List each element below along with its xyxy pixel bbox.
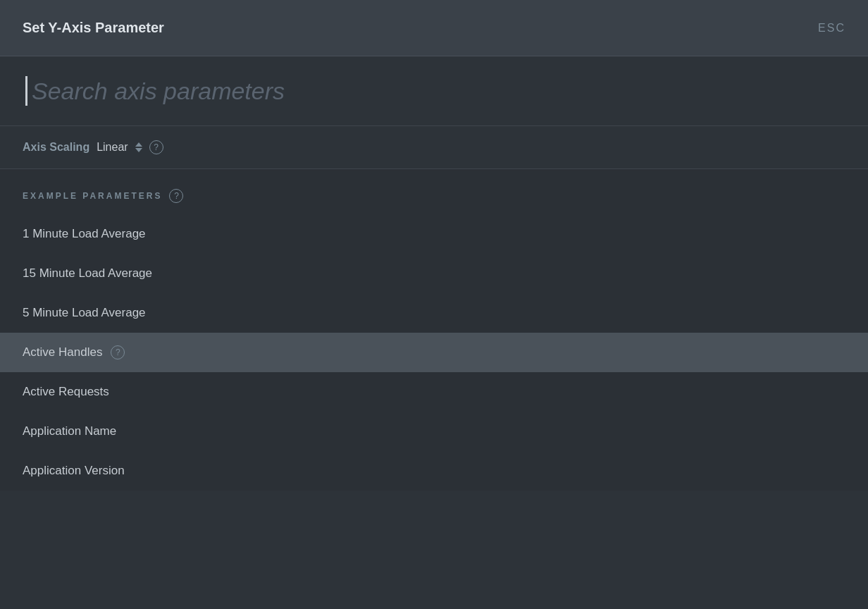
- axis-scaling-help-icon[interactable]: ?: [149, 140, 163, 154]
- param-help-icon[interactable]: ?: [111, 345, 125, 359]
- list-item[interactable]: Active Handles?: [0, 333, 868, 372]
- axis-scaling-spinner[interactable]: [135, 142, 142, 152]
- header: Set Y-Axis Parameter ESC: [0, 0, 868, 56]
- param-label: Application Name: [23, 424, 116, 438]
- list-item[interactable]: Application Name: [0, 412, 868, 451]
- section-title: EXAMPLE PARAMETERS: [23, 191, 162, 201]
- list-item[interactable]: 5 Minute Load Average: [0, 293, 868, 333]
- param-label: 1 Minute Load Average: [23, 227, 146, 241]
- esc-label[interactable]: ESC: [818, 22, 845, 35]
- search-cursor: [25, 76, 27, 106]
- axis-scaling-row: Axis Scaling Linear ?: [0, 126, 868, 169]
- param-label: Active Handles: [23, 345, 102, 359]
- param-label: Application Version: [23, 464, 125, 478]
- axis-scaling-value: Linear: [97, 141, 128, 154]
- list-item[interactable]: 15 Minute Load Average: [0, 254, 868, 293]
- param-label: Active Requests: [23, 385, 109, 399]
- param-label: 15 Minute Load Average: [23, 266, 152, 281]
- header-title: Set Y-Axis Parameter: [23, 20, 164, 36]
- list-item[interactable]: Application Version: [0, 451, 868, 491]
- parameter-list: 1 Minute Load Average15 Minute Load Aver…: [0, 214, 868, 491]
- search-placeholder: Search axis parameters: [32, 78, 285, 105]
- search-area[interactable]: Search axis parameters: [0, 56, 868, 126]
- list-item[interactable]: 1 Minute Load Average: [0, 214, 868, 254]
- axis-scaling-label: Axis Scaling: [23, 141, 89, 154]
- section-header: EXAMPLE PARAMETERS ?: [0, 169, 868, 214]
- spinner-down-icon[interactable]: [135, 148, 142, 152]
- section-help-icon[interactable]: ?: [169, 189, 183, 203]
- list-item[interactable]: Active Requests: [0, 372, 868, 412]
- content-area: EXAMPLE PARAMETERS ? 1 Minute Load Avera…: [0, 169, 868, 491]
- spinner-up-icon[interactable]: [135, 142, 142, 147]
- param-label: 5 Minute Load Average: [23, 306, 146, 320]
